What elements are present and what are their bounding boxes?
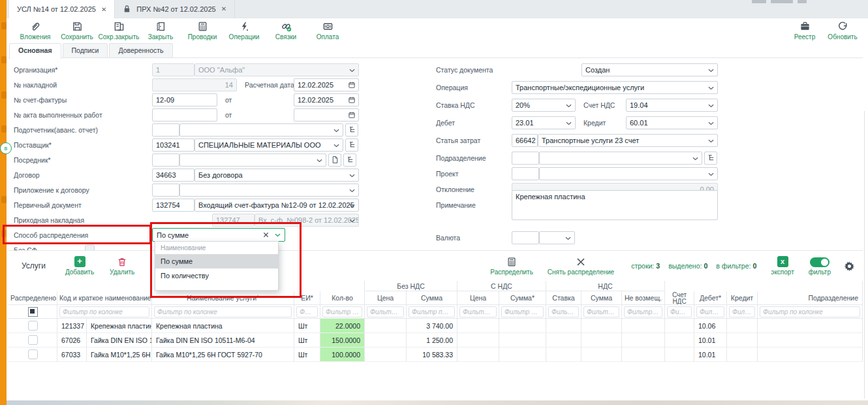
toolbar-attachments-button[interactable]: Вложения [14, 21, 56, 40]
table-row[interactable]: 121337Крепежная пластинаКрепежная пласти… [8, 319, 863, 333]
delete-row-button[interactable]: Удалить [110, 256, 134, 276]
clear-icon[interactable] [263, 232, 269, 238]
column-filter-input[interactable]: Фильтр по колонке [367, 306, 404, 317]
table-row[interactable]: 67033Гайка М10*1,25 6Н Г...Гайка М10*1,2… [8, 348, 863, 362]
table-settings-button[interactable] [844, 261, 855, 272]
column-filter-input[interactable]: Фильтр по колонке [322, 306, 362, 317]
tree-select-button[interactable] [704, 152, 717, 165]
row-checkbox[interactable] [28, 335, 38, 345]
dropdown-option[interactable]: По сумме [155, 254, 278, 268]
date-field-waybill-no[interactable]: 12.02.2025 [294, 78, 359, 91]
distribute-button[interactable]: Распределить [490, 256, 533, 276]
field-intermediary[interactable] [152, 154, 179, 167]
select-operation[interactable]: Транспортные/экспедиционные услуги [512, 81, 718, 94]
export-excel-button[interactable]: x экспорт [771, 256, 794, 276]
select-project[interactable] [539, 167, 718, 180]
calendar-icon[interactable] [348, 111, 356, 119]
column-header[interactable]: Кол-во [320, 291, 365, 305]
calendar-icon[interactable] [348, 96, 356, 104]
scrollbar-track[interactable] [864, 111, 865, 398]
column-header[interactable]: Кредит [727, 291, 758, 305]
field-primary-document[interactable]: 132754 [152, 199, 194, 212]
tree-select-button[interactable] [343, 154, 356, 167]
toolbar-operations-button[interactable]: Операции [223, 21, 265, 40]
select-currency[interactable] [539, 231, 575, 244]
column-filter-input[interactable]: Фильтр по колонке [548, 306, 579, 317]
form-tab-1[interactable]: Подписи [63, 43, 108, 57]
select-debit[interactable]: 23.01 [512, 116, 576, 129]
toolbar-postings-button[interactable]: Проводки [181, 21, 223, 40]
column-filter-input[interactable]: Фильтр по колонке [409, 306, 455, 317]
field-receipt-note[interactable]: 132747 [212, 214, 255, 227]
window-tab-usl[interactable]: УСЛ №14 от 12.02.2025✕ [9, 0, 115, 18]
tree-select-button[interactable] [345, 138, 358, 152]
remove-distribution-button[interactable]: Снять распределение [548, 256, 614, 276]
table-row[interactable]: 67026Гайка DIN EN ISO 10...Гайка DIN EN … [8, 333, 863, 348]
field-currency[interactable] [512, 231, 539, 244]
column-filter-input[interactable]: Фильтр по колонке [624, 306, 662, 317]
column-header[interactable]: Цена [457, 291, 499, 305]
date-field-act-no[interactable] [294, 108, 359, 122]
field-cost-item[interactable]: 66642 [512, 134, 538, 147]
select-vat-rate[interactable]: 20% [512, 99, 576, 112]
toolbar-close-button[interactable]: Закрыть [140, 21, 181, 40]
column-header[interactable]: Сумма* [499, 291, 546, 305]
column-header[interactable]: ЕИ* [294, 291, 320, 305]
column-filter-input[interactable]: Фильтр по колонке [729, 306, 755, 317]
close-tab-icon[interactable]: ✕ [221, 5, 226, 12]
toolbar-save-close-button[interactable]: Сохр.закрыть [98, 21, 140, 40]
row-checkbox[interactable] [28, 349, 38, 359]
column-filter-input[interactable]: Фильтр по колонке [667, 306, 692, 317]
select-doc-status[interactable]: Создан [581, 63, 718, 76]
column-filter-input[interactable]: Фильтр по колонке [696, 306, 724, 317]
field-contract-annex[interactable] [152, 184, 179, 197]
tree-select-button[interactable] [345, 123, 358, 137]
toolbar-links-button[interactable]: Связки [265, 21, 307, 40]
toolbar-refresh-button[interactable]: Обновить [824, 21, 861, 40]
column-header[interactable]: Ставка [546, 291, 581, 305]
column-header[interactable]: Подразделение [758, 291, 863, 305]
form-tab-2[interactable]: Доверенность [109, 43, 172, 57]
select-intermediary[interactable] [179, 154, 326, 167]
row-checkbox[interactable] [28, 321, 38, 331]
combo-distribution-method[interactable]: По сумме [152, 228, 285, 242]
toolbar-save-button[interactable]: Сохранить [56, 21, 98, 40]
column-header[interactable]: Сумма [581, 291, 622, 305]
select-subdivision[interactable] [539, 152, 702, 165]
field-subdivision[interactable] [512, 152, 539, 165]
select-organization[interactable]: ООО "Альфа" [194, 63, 359, 76]
window-tab-prh[interactable]: ПРХ №42 от 12.02.2025✕ [115, 0, 235, 18]
select-cost-item[interactable]: Транспортные услуги 23 счет [538, 134, 718, 147]
column-header[interactable]: Счет НДС [665, 291, 694, 305]
field-invoice-no[interactable]: 12-09 [152, 93, 217, 106]
sidebar-badge[interactable]: в [0, 142, 12, 154]
close-tab-icon[interactable]: ✕ [101, 6, 106, 13]
field-supplier[interactable]: 103241 [152, 138, 194, 152]
form-tab-0[interactable]: Основная [9, 43, 61, 59]
toolbar-payment-button[interactable]: Оплата [307, 21, 349, 40]
textarea-note[interactable]: Крепежная пластина [512, 190, 718, 220]
select-receipt-note[interactable]: Вх. с-ф. №098-2 от 12.02.2025 [255, 214, 359, 227]
column-filter-input[interactable]: Фильтр по колонке [296, 306, 318, 317]
select-debit[interactable]: 60.01 [626, 116, 718, 129]
column-filter-input[interactable]: Фильтр по колонке [583, 306, 619, 317]
select-vat-rate[interactable]: 19.04 [626, 99, 718, 112]
calendar-icon[interactable] [348, 81, 356, 89]
filter-toggle[interactable]: фильтр [809, 257, 831, 276]
field-accountable[interactable] [152, 123, 179, 137]
select-contract-annex[interactable] [179, 184, 359, 197]
column-filter-input[interactable]: Фильтр по колонке [501, 306, 544, 317]
column-filter-input[interactable]: Фильтр по колонке [59, 306, 149, 317]
column-filter-input[interactable]: Фильтр по колонке [459, 306, 497, 317]
toolbar-registry-button[interactable]: Реестр [786, 21, 824, 40]
select-primary-document[interactable]: Входящий счет-фактура №12-09 от 12.02.20… [194, 199, 359, 212]
select-supplier[interactable]: СПЕЦИАЛЬНЫЕ МАТЕРИАЛЫ ООО [194, 138, 343, 152]
select-accountable[interactable] [179, 123, 343, 137]
field-organization[interactable]: 1 [152, 63, 194, 76]
column-header[interactable]: Наименование услуги* [152, 291, 294, 305]
field-waybill-no[interactable]: 14 [152, 78, 237, 91]
document-select-button[interactable] [328, 154, 341, 167]
field-contract[interactable]: 34663 [152, 169, 194, 182]
column-header[interactable]: Распределено [8, 291, 57, 305]
field-act-no[interactable] [152, 108, 217, 122]
